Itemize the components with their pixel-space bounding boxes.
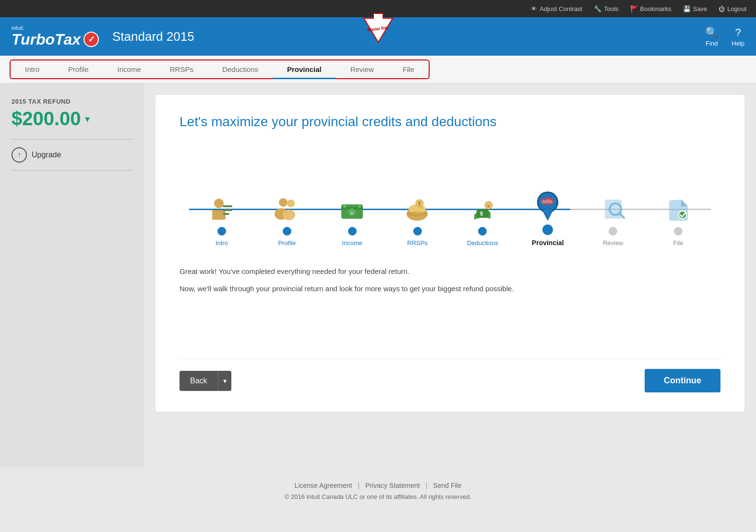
logo-area: intuit. TurboTax ✓ Standard 2015 <box>12 25 194 48</box>
svg-point-10 <box>283 210 295 220</box>
timeline-track: Intro Profile <box>189 154 711 247</box>
step-review[interactable]: Review <box>580 194 646 247</box>
tab-intro[interactable]: Intro <box>11 60 54 78</box>
step-label-rrsps: RRSPs <box>407 239 428 247</box>
sidebar: 2015 TAX REFUND $200.00 ▾ ↑ Upgrade <box>0 83 144 467</box>
svg-rect-6 <box>223 213 229 215</box>
sidebar-divider <box>12 139 132 140</box>
step-dot-review <box>609 227 617 236</box>
back-button[interactable]: Back <box>180 371 218 391</box>
upgrade-icon: ↑ <box>12 147 27 163</box>
footer: License Agreement | Privacy Statement | … <box>0 467 756 510</box>
intuit-label: intuit. <box>12 25 99 31</box>
tab-income[interactable]: Income <box>103 60 156 78</box>
refund-amount-value: $200.00 <box>12 108 81 130</box>
intro-icon <box>207 194 236 223</box>
find-button[interactable]: 🔍 Find <box>705 26 718 47</box>
eye-icon: 👁 <box>531 5 537 12</box>
step-intro[interactable]: Intro <box>189 194 254 247</box>
refund-label: 2015 TAX REFUND <box>12 98 132 105</box>
chevron-down-icon[interactable]: ▾ <box>85 113 90 125</box>
svg-point-17 <box>358 205 361 208</box>
step-dot-income <box>348 227 357 236</box>
step-dot-file <box>674 227 683 236</box>
tab-profile[interactable]: Profile <box>54 60 103 78</box>
svg-point-9 <box>287 200 295 207</box>
license-agreement-link[interactable]: License Agreement <box>295 482 352 489</box>
back-btn-wrapper: Back ▾ <box>180 371 231 391</box>
provincial-icon <box>533 192 562 221</box>
upgrade-button[interactable]: ↑ Upgrade <box>12 147 61 163</box>
tools-icon: 🔧 <box>594 5 601 12</box>
button-row: Back ▾ Continue <box>180 359 720 392</box>
tools-btn[interactable]: 🔧 Tools <box>594 5 618 12</box>
continue-button[interactable]: Continue <box>645 369 720 392</box>
income-icon: $ <box>338 194 367 223</box>
turbotax-brand: TurboTax ✓ <box>12 31 99 48</box>
svg-point-7 <box>279 198 288 207</box>
nav-tabs-wrapper: Intro Profile Income RRSPs Deductions Pr… <box>0 56 756 83</box>
tab-deductions[interactable]: Deductions <box>208 60 273 78</box>
bookmarks-icon: 🚩 <box>630 5 638 12</box>
refund-amount-row: $200.00 ▾ <box>12 108 132 130</box>
svg-text:$: $ <box>487 204 490 208</box>
privacy-statement-link[interactable]: Privacy Statement <box>365 482 420 489</box>
step-label-file: File <box>673 239 684 247</box>
header: intuit. TurboTax ✓ Standard 2015 🔍 Find … <box>0 17 756 56</box>
svg-rect-3 <box>212 210 226 220</box>
svg-rect-4 <box>223 205 232 207</box>
step-file[interactable]: File <box>646 194 711 247</box>
save-btn[interactable]: 💾 Save <box>683 5 708 12</box>
svg-rect-29 <box>605 200 622 219</box>
step-dot-profile <box>283 227 291 236</box>
back-dropdown-button[interactable]: ▾ <box>218 371 231 391</box>
step-income[interactable]: $ Income <box>320 194 385 247</box>
adjust-contrast-btn[interactable]: 👁 Adjust Contrast <box>531 5 582 12</box>
svg-text:$: $ <box>351 211 353 215</box>
footer-links: License Agreement | Privacy Statement | … <box>0 482 756 489</box>
tab-review[interactable]: Review <box>336 60 388 78</box>
step-label-intro: Intro <box>216 239 228 247</box>
step-rrsps[interactable]: $ RRSPs <box>385 194 450 247</box>
logo-text: intuit. TurboTax ✓ <box>12 25 99 48</box>
help-button[interactable]: ? Help <box>732 26 744 47</box>
app-title: Standard 2015 <box>112 29 194 44</box>
step-label-profile: Profile <box>278 239 296 247</box>
svg-rect-5 <box>223 209 232 211</box>
profile-icon <box>273 194 301 223</box>
svg-text:$: $ <box>480 211 483 216</box>
step-label-provincial: Provincial <box>532 239 564 247</box>
content-card: Let's maximize your provincial credits a… <box>156 95 744 412</box>
file-icon <box>664 194 693 223</box>
sidebar-divider-2 <box>12 170 132 171</box>
search-icon: 🔍 <box>705 26 718 39</box>
step-dot-intro <box>217 227 226 236</box>
step-profile[interactable]: Profile <box>254 194 320 247</box>
header-wrapper: Menu bar intuit. TurboTax ✓ Standard 201… <box>0 17 756 56</box>
tab-rrsps[interactable]: RRSPs <box>156 60 208 78</box>
step-dot-provincial <box>542 225 553 235</box>
save-icon: 💾 <box>683 5 691 12</box>
svg-text:$: $ <box>418 201 421 206</box>
para2: Now, we'll walk through your provincial … <box>180 283 720 295</box>
tab-file[interactable]: File <box>388 60 429 78</box>
para1: Great work! You've completed everything … <box>180 266 720 277</box>
logout-btn[interactable]: ⏻ Logout <box>719 5 746 12</box>
step-provincial[interactable]: Provincial <box>515 192 580 247</box>
step-deductions[interactable]: $ $ Deductions <box>450 194 516 247</box>
turbotax-name: TurboTax <box>12 31 81 48</box>
review-icon <box>599 194 627 223</box>
step-label-deductions: Deductions <box>467 239 498 247</box>
send-file-link[interactable]: Send File <box>433 482 461 489</box>
step-label-income: Income <box>342 239 362 247</box>
tab-provincial[interactable]: Provincial <box>273 60 336 78</box>
step-label-review: Review <box>603 239 624 247</box>
help-icon: ? <box>735 26 741 39</box>
nav-tabs-border: Intro Profile Income RRSPs Deductions Pr… <box>10 59 430 79</box>
progress-timeline: Intro Profile <box>180 154 720 247</box>
deductions-icon: $ $ <box>468 194 497 223</box>
main-container: 2015 TAX REFUND $200.00 ▾ ↑ Upgrade Let'… <box>0 83 756 467</box>
svg-point-22 <box>407 212 428 216</box>
bookmarks-btn[interactable]: 🚩 Bookmarks <box>630 5 672 12</box>
copyright: © 2016 Intuit Canada ULC or one of its a… <box>0 493 756 500</box>
